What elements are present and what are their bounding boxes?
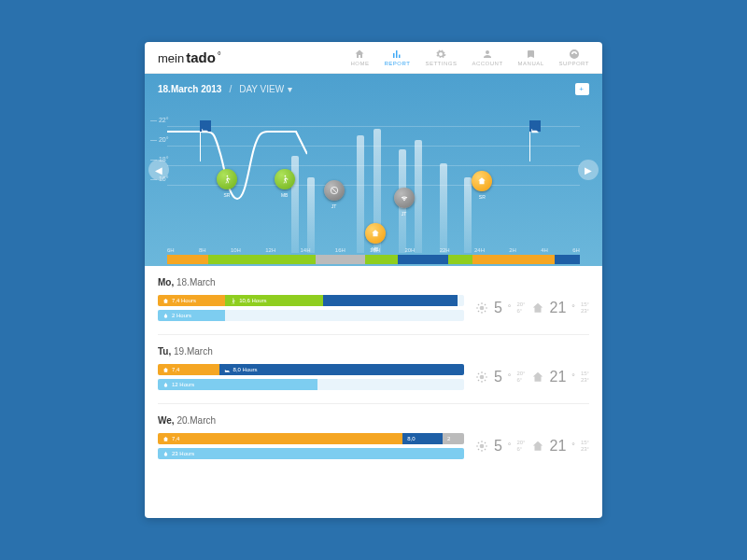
outdoor-range: 20°6° bbox=[516, 301, 525, 315]
indoor-temp: 21 bbox=[550, 369, 567, 385]
manual-icon bbox=[526, 49, 537, 60]
people-filter-button[interactable]: + bbox=[575, 83, 589, 95]
day-list[interactable]: Mo, 18.March7,4 Hours10,6 Hours2 Hours5°… bbox=[145, 266, 602, 518]
nav-label: SUPPORT bbox=[559, 61, 589, 66]
nav-report[interactable]: REPORT bbox=[384, 49, 410, 66]
nav-support[interactable]: SUPPORT bbox=[559, 49, 589, 66]
day-stats: 5°20°6°21°15°23° bbox=[475, 369, 589, 385]
presence-bar: 7,4 Hours10,6 Hours bbox=[158, 295, 464, 306]
support-icon bbox=[569, 49, 580, 60]
heating-bar: 12 Hours bbox=[158, 379, 464, 390]
y-tick: — 22° bbox=[150, 117, 169, 123]
separator: / bbox=[229, 84, 232, 94]
day-heading: Mo, 18.March bbox=[158, 277, 589, 287]
view-switcher[interactable]: DAY VIEW ▾ bbox=[239, 84, 292, 94]
house-icon bbox=[162, 298, 169, 304]
event-marker[interactable]: SR bbox=[217, 169, 237, 189]
house-icon bbox=[371, 229, 380, 238]
view-label: DAY VIEW bbox=[239, 84, 284, 94]
house-icon bbox=[531, 440, 544, 453]
temperature-chart: 18.March 2013 / DAY VIEW ▾ + ◀ ▶ — 22°— … bbox=[145, 74, 602, 266]
drop-icon bbox=[162, 382, 169, 388]
segment-text: 7,4 bbox=[172, 436, 179, 441]
house-icon bbox=[531, 371, 544, 384]
segment-text: 8,0 Hours bbox=[233, 367, 258, 372]
block-icon bbox=[330, 186, 339, 195]
hours-segment bbox=[323, 295, 458, 306]
hours-segment: 7,4 Hours bbox=[158, 295, 225, 306]
indoor-range: 15°23° bbox=[581, 371, 589, 384]
walk-icon bbox=[222, 175, 232, 184]
indoor-range: 15°23° bbox=[581, 440, 589, 453]
event-marker[interactable]: JT bbox=[394, 188, 415, 208]
day-bars: 7,4 Hours10,6 Hours2 Hours bbox=[158, 295, 464, 321]
event-user-label: MB bbox=[281, 192, 289, 198]
logo-degree: ° bbox=[218, 50, 221, 61]
nav-account[interactable]: ACCOUNT bbox=[472, 49, 502, 66]
logo-name: tado bbox=[186, 49, 216, 65]
heating-bar: 23 Hours bbox=[158, 448, 464, 459]
x-tick: 6H bbox=[167, 247, 175, 253]
outdoor-temp: 5 bbox=[494, 438, 502, 455]
chart-toolbar: 18.March 2013 / DAY VIEW ▾ + bbox=[145, 74, 602, 105]
nav-settings[interactable]: SETTINGS bbox=[425, 49, 457, 66]
day-stats: 5°20°6°21°15°23° bbox=[475, 438, 589, 455]
segment-text: 7,4 Hours bbox=[172, 298, 196, 303]
day-heading: Tu, 19.March bbox=[158, 346, 589, 357]
hours-segment: 7,4 bbox=[158, 364, 219, 375]
header: mein tado ° HOMEREPORTSETTINGSACCOUNTMAN… bbox=[145, 42, 602, 74]
logo-prefix: mein bbox=[158, 51, 184, 65]
timeline-segment bbox=[448, 255, 473, 264]
segment-text: 12 Hours bbox=[172, 382, 194, 387]
next-day-button[interactable]: ▶ bbox=[578, 160, 599, 180]
hours-segment: 8,0 bbox=[402, 433, 443, 444]
x-tick: 12H bbox=[265, 247, 275, 253]
x-tick: 8H bbox=[199, 247, 206, 253]
x-tick: 22H bbox=[440, 247, 450, 253]
timeline-segment bbox=[398, 255, 447, 264]
day-row: Mo, 18.March7,4 Hours10,6 Hours2 Hours5°… bbox=[158, 266, 589, 335]
event-marker[interactable]: MB bbox=[275, 169, 295, 189]
outdoor-temp: 5 bbox=[494, 300, 502, 316]
outdoor-range: 20°6° bbox=[516, 440, 525, 453]
segment-text: 2 bbox=[447, 436, 450, 441]
nav-label: MANUAL bbox=[518, 61, 544, 66]
timeline-segment bbox=[472, 255, 555, 264]
segment-text: 8,0 bbox=[407, 436, 415, 441]
day-bars: 7,48,0223 Hours bbox=[158, 433, 464, 459]
nav-home[interactable]: HOME bbox=[350, 49, 369, 66]
hours-segment: 2 bbox=[443, 433, 464, 444]
settings-icon bbox=[435, 49, 446, 60]
sun-icon bbox=[475, 301, 488, 315]
y-tick: — 20° bbox=[150, 136, 169, 143]
nav-manual[interactable]: MANUAL bbox=[518, 49, 544, 66]
day-row: We, 20.March7,48,0223 Hours5°20°6°21°15°… bbox=[158, 404, 589, 472]
hours-segment: 12 Hours bbox=[158, 379, 317, 390]
event-user-label: SR bbox=[223, 192, 230, 198]
x-axis: 6H8H10H12H14H16H18H20H22H24H2H4H6H bbox=[167, 247, 580, 253]
home-icon bbox=[354, 49, 365, 60]
sun-icon bbox=[475, 371, 488, 384]
timeline-segment bbox=[167, 255, 208, 264]
sleep-flag-icon bbox=[200, 120, 211, 132]
indoor-range: 15°23° bbox=[581, 301, 589, 315]
x-tick: 10H bbox=[231, 247, 241, 253]
day-row: Tu, 19.March7,48,0 Hours12 Hours5°20°6°2… bbox=[158, 335, 589, 404]
x-tick: 14H bbox=[301, 247, 311, 253]
x-tick: 16H bbox=[335, 247, 345, 253]
walk-icon bbox=[280, 175, 289, 184]
walk-icon bbox=[230, 298, 236, 304]
day-bars: 7,48,0 Hours12 Hours bbox=[158, 364, 464, 390]
y-tick: — 18° bbox=[150, 156, 169, 162]
presence-bar: 7,48,02 bbox=[158, 433, 464, 444]
sleep-flag-icon bbox=[529, 120, 541, 132]
timeline-segment bbox=[555, 255, 580, 264]
y-axis: — 22°— 20°— 18°— 16° bbox=[150, 117, 169, 182]
timeline-segment bbox=[365, 255, 398, 264]
hours-segment: 7,4 bbox=[158, 433, 402, 444]
house-icon bbox=[531, 301, 544, 315]
x-tick: 2H bbox=[509, 247, 516, 253]
hours-segment: 8,0 Hours bbox=[219, 364, 293, 375]
event-marker[interactable]: MB bbox=[365, 223, 386, 244]
event-marker[interactable]: JT bbox=[324, 180, 345, 201]
